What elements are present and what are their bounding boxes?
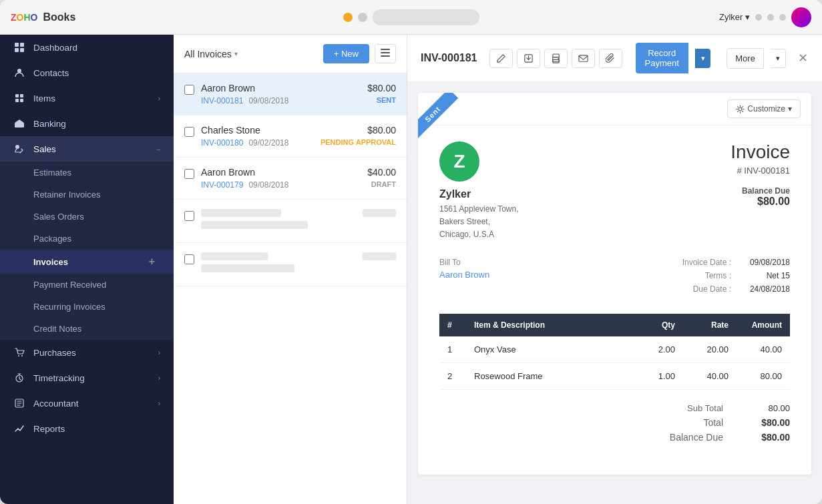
invoice-table: # Item & Description Qty Rate Amount 1 O… xyxy=(439,314,790,390)
filter-dropdown[interactable]: All Invoices ▾ xyxy=(184,49,238,59)
submenu-credit-notes[interactable]: Credit Notes xyxy=(0,318,174,340)
sidebar-label-dashboard: Dashboard xyxy=(33,43,160,53)
more-dropdown[interactable]: ▾ xyxy=(771,49,786,68)
invoice-item[interactable]: Aaron Brown INV-000181 09/08/2018 $80.00… xyxy=(174,73,407,115)
balance-due-label: Balance Due xyxy=(731,186,790,196)
attach-button[interactable] xyxy=(599,49,622,68)
col-rate: Rate xyxy=(683,314,737,336)
invoice-totals: Sub Total 80.00 Total $80.00 Balance Due… xyxy=(439,403,790,443)
edit-button[interactable] xyxy=(489,49,513,68)
invoice-checkbox-3[interactable] xyxy=(184,169,194,179)
invoice-item-2[interactable]: Charles Stone INV-000180 09/02/2018 $80.… xyxy=(174,115,407,158)
submenu-recurring[interactable]: Recurring Invoices xyxy=(0,296,174,318)
company-name: Zylker xyxy=(439,188,519,200)
invoices-plus[interactable]: + xyxy=(149,256,160,268)
sidebar-item-sales[interactable]: Sales – xyxy=(0,136,174,162)
app-window: ZOHO Books Zylker ▾ xyxy=(0,0,822,504)
submenu-sales-orders[interactable]: Sales Orders xyxy=(0,206,174,228)
invoice-number-2: INV-000180 xyxy=(201,138,243,148)
new-button[interactable]: + New xyxy=(323,44,369,63)
svg-point-12 xyxy=(21,355,23,356)
submenu-payment-received[interactable]: Payment Received xyxy=(0,274,174,296)
invoice-info-3: Aaron Brown INV-000179 09/08/2018 xyxy=(201,167,361,190)
invoice-checkbox-p1[interactable] xyxy=(184,211,194,221)
invoice-item-3[interactable]: Aaron Brown INV-000179 09/08/2018 $40.00… xyxy=(174,158,407,200)
sidebar-label-accountant: Accountant xyxy=(33,399,150,409)
svg-rect-9 xyxy=(15,123,24,128)
purchases-icon xyxy=(13,346,25,358)
invoice-title: Invoice xyxy=(731,142,790,163)
sales-arrow: – xyxy=(156,146,160,153)
sidebar-item-contacts[interactable]: Contacts xyxy=(0,60,174,85)
submenu-retainer[interactable]: Retainer Invoices xyxy=(0,184,174,206)
invoice-date-1: 09/08/2018 xyxy=(248,96,288,105)
svg-point-11 xyxy=(18,355,19,356)
sidebar-item-dashboard[interactable]: Dashboard xyxy=(0,35,174,60)
total-label: Total xyxy=(656,417,723,428)
submenu-invoices[interactable]: Invoices + xyxy=(0,250,174,274)
sidebar-label-items: Items xyxy=(33,93,150,103)
row-item: Rosewood Frame xyxy=(466,362,630,389)
invoice-checkbox-1[interactable] xyxy=(184,85,194,95)
invoice-list: Aaron Brown INV-000181 09/08/2018 $80.00… xyxy=(174,73,407,504)
detail-actions xyxy=(489,49,622,68)
time-icon xyxy=(13,372,25,384)
balance-value: $80.00 xyxy=(750,432,790,443)
row-qty: 1.00 xyxy=(630,362,683,389)
traffic-light-yellow[interactable] xyxy=(343,13,353,22)
record-payment-button[interactable]: Record Payment xyxy=(636,43,688,73)
row-amount: 80.00 xyxy=(737,362,790,389)
close-button[interactable]: ✕ xyxy=(793,48,813,68)
svg-rect-8 xyxy=(20,99,23,102)
sidebar: Dashboard Contacts Items › Banking xyxy=(0,35,174,504)
sidebar-item-reports[interactable]: Reports xyxy=(0,416,174,441)
svg-point-21 xyxy=(558,58,559,59)
table-row: 2 Rosewood Frame 1.00 40.00 80.00 xyxy=(439,362,790,389)
placeholder-amount-2 xyxy=(363,252,396,260)
sales-submenu: Estimates Retainer Invoices Sales Orders… xyxy=(0,162,174,340)
search-bar[interactable] xyxy=(373,9,479,25)
sidebar-item-accountant[interactable]: Accountant › xyxy=(0,391,174,416)
invoice-item-placeholder-2[interactable] xyxy=(174,243,407,286)
tb-dot-1 xyxy=(755,14,762,21)
invoice-preview: Sent Customize ▾ Z xyxy=(418,93,811,475)
svg-rect-0 xyxy=(15,43,19,47)
invoice-checkbox-p2[interactable] xyxy=(184,254,194,264)
row-rate: 20.00 xyxy=(683,336,737,363)
terms-label: Terms : xyxy=(705,271,731,280)
invoice-meta-1: INV-000181 09/08/2018 xyxy=(201,96,361,105)
app-name: Books xyxy=(43,11,75,23)
submenu-packages[interactable]: Packages xyxy=(0,228,174,250)
invoice-checkbox-2[interactable] xyxy=(184,127,194,137)
accountant-arrow: › xyxy=(158,400,160,407)
submenu-estimates[interactable]: Estimates xyxy=(0,162,174,184)
customize-button[interactable]: Customize ▾ xyxy=(727,99,801,118)
items-icon xyxy=(13,92,25,104)
purchases-arrow: › xyxy=(158,349,160,356)
invoice-date-label: Invoice Date : xyxy=(682,258,731,267)
svg-rect-5 xyxy=(15,94,19,97)
user-avatar[interactable] xyxy=(791,7,811,27)
sidebar-item-timetracking[interactable]: Timetracking › xyxy=(0,365,174,391)
col-item: Item & Description xyxy=(466,314,630,336)
sidebar-item-purchases[interactable]: Purchases › xyxy=(0,340,174,365)
svg-rect-2 xyxy=(15,48,19,52)
print-button[interactable] xyxy=(544,49,568,68)
record-payment-dropdown[interactable]: ▾ xyxy=(695,49,710,68)
main-layout: Dashboard Contacts Items › Banking xyxy=(0,35,822,504)
sidebar-item-banking[interactable]: Banking xyxy=(0,111,174,136)
invoice-name-3: Aaron Brown xyxy=(201,167,361,178)
filter-arrow: ▾ xyxy=(234,50,238,57)
items-arrow: › xyxy=(158,95,160,102)
contacts-icon xyxy=(13,67,25,79)
dashboard-icon xyxy=(13,41,25,53)
email-button[interactable] xyxy=(572,49,595,68)
hamburger-button[interactable] xyxy=(375,44,396,63)
more-button[interactable]: More xyxy=(727,48,764,69)
traffic-light-gray[interactable] xyxy=(358,13,367,22)
download-button[interactable] xyxy=(517,49,540,68)
sidebar-item-items[interactable]: Items › xyxy=(0,85,174,111)
due-date-value: 24/08/2018 xyxy=(737,284,790,294)
bill-to-name[interactable]: Aaron Brown xyxy=(439,270,489,280)
invoice-item-placeholder-1[interactable] xyxy=(174,200,407,243)
